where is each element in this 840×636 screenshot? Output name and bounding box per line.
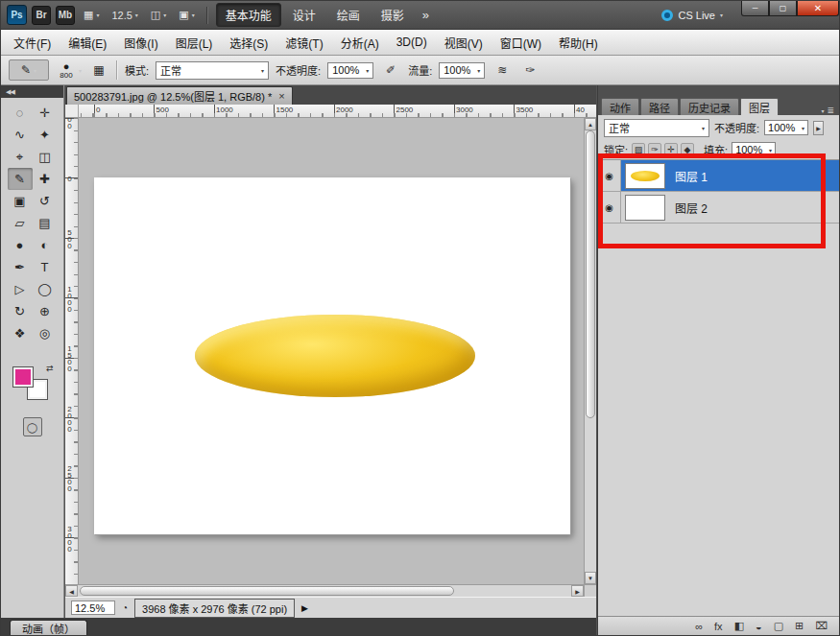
- workspace-button[interactable]: 基本功能: [216, 3, 281, 27]
- layer-row[interactable]: ◉ 图层 1: [598, 160, 839, 192]
- layer-opacity-input[interactable]: 100% ▾: [764, 120, 808, 135]
- close-button[interactable]: ✕: [797, 1, 839, 16]
- eyedropper-tool[interactable]: ⌖: [8, 146, 33, 168]
- airbrush-toggle-button[interactable]: ≋: [492, 60, 513, 80]
- menu-item[interactable]: 编辑(E): [60, 35, 115, 51]
- gradient-tool[interactable]: ▤: [33, 212, 58, 234]
- tab-close-icon[interactable]: ×: [278, 90, 284, 102]
- workspace-button[interactable]: 绘画: [327, 3, 370, 27]
- menu-item[interactable]: 文件(F): [5, 35, 60, 51]
- elliptical-marquee-tool[interactable]: ◌: [8, 102, 33, 124]
- type-tool[interactable]: T: [33, 256, 58, 278]
- scroll-up-icon[interactable]: ▲: [585, 118, 596, 130]
- arrange-documents-dropdown[interactable]: ▦ ▾: [80, 7, 103, 23]
- zoom-level-dropdown[interactable]: 12.5 ▾: [108, 8, 141, 23]
- panel-tab[interactable]: 图层: [740, 98, 779, 115]
- path-selection-tool[interactable]: ▷: [8, 278, 33, 300]
- status-zoom-input[interactable]: 12.5%: [71, 601, 115, 615]
- tool-preset-picker[interactable]: ✎ ▾: [9, 59, 49, 81]
- link-layers-icon[interactable]: ∞: [695, 621, 703, 632]
- panel-tab[interactable]: 动作: [601, 98, 639, 115]
- layer-mask-icon[interactable]: ◧: [734, 620, 744, 632]
- canvas-viewport[interactable]: [79, 118, 584, 584]
- tablet-pressure-size-button[interactable]: ✑: [519, 60, 540, 80]
- document-tab[interactable]: 500283791.jpg @ 12.5%(图层 1, RGB/8) * ×: [66, 86, 293, 105]
- foreground-color-swatch[interactable]: [13, 367, 33, 387]
- layer-row[interactable]: ◉ 图层 2: [598, 192, 839, 224]
- panel-menu-button[interactable]: ▾ ≣: [821, 106, 839, 115]
- scroll-down-icon[interactable]: ▼: [585, 572, 596, 584]
- lasso-tool[interactable]: ∿: [8, 124, 33, 146]
- delete-layer-icon[interactable]: ⌧: [815, 620, 828, 632]
- menu-item[interactable]: 选择(S): [221, 35, 276, 51]
- quick-selection-tool[interactable]: ✦: [33, 124, 58, 146]
- zoom-tool[interactable]: ◎: [33, 322, 58, 344]
- lock-pixels-icon[interactable]: ✑: [648, 143, 661, 156]
- layer-effects-icon[interactable]: fx: [714, 621, 723, 632]
- pen-tool[interactable]: ✒: [8, 256, 33, 278]
- menu-item[interactable]: 帮助(H): [550, 35, 607, 51]
- quick-mask-button[interactable]: ◯: [23, 417, 42, 436]
- screen-mode-dropdown[interactable]: ◫ ▾: [147, 7, 170, 23]
- layer-group-icon[interactable]: ▢: [774, 620, 783, 632]
- layer-fill-input[interactable]: 100% ▾: [732, 142, 776, 157]
- brush-preset-picker[interactable]: ● 800 ▾: [56, 61, 82, 80]
- status-document-info[interactable]: 3968 像素 x 2976 像素 (72 ppi): [134, 599, 295, 618]
- 3d-rotate-tool[interactable]: ↻: [8, 300, 33, 322]
- scroll-right-icon[interactable]: ▶: [571, 585, 584, 597]
- workspace-overflow-chevron[interactable]: »: [419, 8, 433, 22]
- vertical-scrollbar-thumb[interactable]: [586, 130, 595, 418]
- brush-tool[interactable]: ✎: [8, 168, 33, 190]
- menu-item[interactable]: 图像(I): [115, 35, 166, 51]
- flow-input[interactable]: 100% ▾: [439, 62, 485, 79]
- bridge-launch-button[interactable]: Br: [32, 6, 51, 25]
- menu-item[interactable]: 视图(V): [436, 35, 492, 51]
- layer-visibility-toggle[interactable]: ◉: [598, 192, 621, 223]
- lock-all-icon[interactable]: ◆: [681, 143, 694, 156]
- lock-transparency-icon[interactable]: ▨: [632, 143, 645, 156]
- horizontal-scrollbar[interactable]: ◀ ▶: [65, 584, 596, 597]
- menu-item[interactable]: 3D(D): [388, 35, 436, 49]
- workspace-button[interactable]: 摄影: [372, 3, 414, 27]
- horizontal-scrollbar-thumb[interactable]: [80, 586, 454, 596]
- document-canvas[interactable]: [94, 177, 570, 534]
- vertical-scrollbar[interactable]: ▲ ▼: [584, 118, 596, 584]
- menu-item[interactable]: 滤镜(T): [276, 35, 331, 51]
- workspace-button[interactable]: 设计: [283, 3, 325, 27]
- mini-bridge-launch-button[interactable]: Mb: [56, 6, 75, 25]
- new-layer-icon[interactable]: ⊞: [795, 620, 804, 632]
- minimize-button[interactable]: ─: [741, 1, 769, 16]
- menu-item[interactable]: 图层(L): [167, 35, 222, 51]
- menu-item[interactable]: 分析(A): [332, 35, 388, 51]
- hand-tool[interactable]: ❖: [8, 322, 33, 344]
- layer-thumbnail[interactable]: [625, 195, 665, 221]
- adjustment-layer-icon[interactable]: ◒: [756, 621, 762, 632]
- panel-tab[interactable]: 历史记录: [680, 98, 739, 115]
- layer-visibility-toggle[interactable]: ◉: [598, 160, 621, 191]
- cs-live-button[interactable]: CS Live ▾: [661, 10, 723, 21]
- toggle-brush-panel-button[interactable]: ▦: [88, 60, 109, 80]
- scroll-left-icon[interactable]: ◀: [65, 585, 78, 597]
- panel-tab[interactable]: 路径: [640, 98, 679, 115]
- layer-blend-mode-select[interactable]: 正常 ▾: [604, 119, 709, 137]
- view-extras-dropdown[interactable]: ▣ ▾: [175, 7, 198, 23]
- blur-tool[interactable]: ●: [8, 234, 33, 256]
- layer-thumbnail[interactable]: [625, 163, 665, 189]
- opacity-input[interactable]: 100% ▾: [327, 62, 373, 79]
- opacity-slider-button[interactable]: ▶: [813, 121, 824, 135]
- 3d-roll-tool[interactable]: ⊕: [33, 300, 58, 322]
- dodge-tool[interactable]: ◐: [33, 234, 58, 256]
- eraser-tool[interactable]: ▱: [8, 212, 33, 234]
- tablet-pressure-opacity-button[interactable]: ✐: [380, 60, 401, 80]
- crop-tool[interactable]: ◫: [33, 146, 58, 168]
- blend-mode-select[interactable]: 正常 ▾: [156, 61, 269, 80]
- menu-item[interactable]: 窗口(W): [492, 35, 550, 51]
- clone-stamp-tool[interactable]: ▣: [8, 190, 33, 212]
- swap-colors-icon[interactable]: ⇄: [46, 364, 54, 373]
- healing-brush-tool[interactable]: ✚: [33, 168, 58, 190]
- lock-position-icon[interactable]: ✛: [664, 143, 678, 156]
- collapse-tools-button[interactable]: ◀◀: [1, 85, 63, 98]
- maximize-button[interactable]: ▢: [769, 1, 797, 16]
- move-tool[interactable]: ✛: [33, 102, 58, 124]
- shape-tool[interactable]: ◯: [33, 278, 58, 300]
